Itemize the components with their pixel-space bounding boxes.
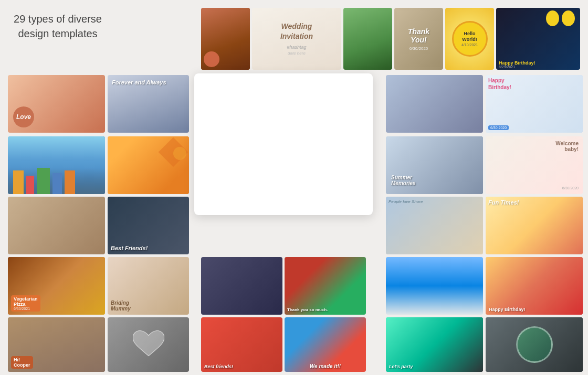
template-left-4[interactable] xyxy=(108,136,189,194)
template-right-3[interactable]: SummerMemories xyxy=(386,136,483,194)
template-bot-6[interactable] xyxy=(108,317,189,372)
template-bot-8[interactable]: We made it!! xyxy=(285,317,366,372)
template-right-5[interactable]: People love Shore xyxy=(386,197,483,254)
featured-template[interactable]: Memory xyxy=(194,73,373,215)
title-line1: 29 types of diverse xyxy=(14,13,102,25)
title-line2: design templates xyxy=(18,28,97,39)
template-bot-3[interactable] xyxy=(201,257,282,315)
template-left-3[interactable] xyxy=(8,136,105,194)
template-right-1[interactable] xyxy=(386,75,483,133)
template-left-2[interactable]: Forever and Always xyxy=(108,75,189,133)
template-top-3[interactable] xyxy=(343,8,392,70)
template-right-2[interactable]: Happy Birthday! 6/30 2020 xyxy=(486,75,583,133)
template-right-6[interactable]: Fun Times! xyxy=(486,197,583,254)
page-title: 29 types of diverse design templates xyxy=(8,12,108,41)
template-right-8[interactable]: Happy Birthday! xyxy=(486,257,583,315)
template-top-4[interactable]: ThankYou! 6/30/2020 xyxy=(394,8,443,70)
template-top-1[interactable] xyxy=(201,8,250,70)
template-left-1[interactable]: Love xyxy=(8,75,105,133)
template-top-6[interactable]: Happy Birthday! 6/29/2021 xyxy=(496,8,580,70)
template-left-6[interactable]: Best Friends! xyxy=(108,197,189,254)
template-right-9[interactable]: Let's party xyxy=(386,317,483,372)
template-right-10[interactable] xyxy=(486,317,583,372)
template-right-4[interactable]: Welcomebaby! 6/30/2020 xyxy=(486,136,583,194)
template-bot-2[interactable]: BridingMummy xyxy=(108,257,189,315)
template-left-5[interactable] xyxy=(8,197,105,254)
template-top-5[interactable]: HelloWorld! 4/10/2021 xyxy=(445,8,494,70)
template-bot-5[interactable]: Hi!Cooper xyxy=(8,317,105,372)
template-top-2[interactable]: Wedding Invitation #hashtag date here xyxy=(252,8,341,70)
template-bot-4[interactable]: Thank you so much. xyxy=(285,257,366,315)
template-bot-7[interactable]: Best friends! xyxy=(201,317,282,372)
template-bot-1[interactable]: Vegetarian Pizza 6/30/2021 xyxy=(8,257,105,315)
template-right-7[interactable] xyxy=(386,257,483,315)
